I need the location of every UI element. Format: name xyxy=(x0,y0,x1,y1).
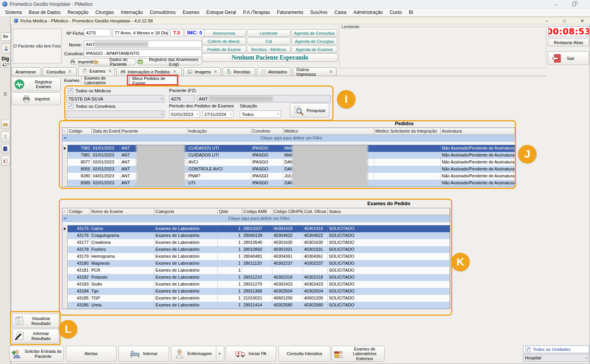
menu-p-a-terapias[interactable]: P.A./Terapias xyxy=(239,9,274,17)
menu-consultorios[interactable]: Consultórios xyxy=(146,9,179,17)
exame-row[interactable]: 43178FosforoExames de Laboratório1280108… xyxy=(62,246,450,253)
pedidos-row[interactable]: 805502/01/2023ANTCONTROLE AVCIIPASGODANN… xyxy=(62,166,515,173)
subtab-exames-de-laboratorio[interactable]: Exames de Laboratório xyxy=(82,76,129,85)
exame-row[interactable]: 43184TgoExames de Laboratório12801136840… xyxy=(62,288,450,295)
column-header-nome-do-exame[interactable]: Nome do Exame xyxy=(90,208,154,215)
ficha-field[interactable]: 4275 xyxy=(84,29,111,36)
menu-internacao[interactable]: Internação xyxy=(117,9,146,17)
exame-row[interactable]: 43181PCRExames de Laboratório1SOLICITADO xyxy=(62,267,450,274)
exame-row[interactable]: 43179HemogramaExames de Laboratório12804… xyxy=(62,253,450,260)
exame-row[interactable]: 43177CreatininaExames de Laboratório1280… xyxy=(62,239,450,246)
todos-convenios-checkbox[interactable]: Todos os Convênios xyxy=(68,104,116,109)
child-maximize-icon[interactable]: □ xyxy=(559,18,570,24)
exame-row[interactable]: 43180MagnesioExames de Laboratório128011… xyxy=(62,260,450,267)
column-header-assinatura[interactable]: Assinatura xyxy=(441,128,515,135)
tab-exames[interactable]: Exames✕ xyxy=(78,66,115,76)
sair-button[interactable]: Sair xyxy=(548,51,589,65)
background-button-doctor[interactable] xyxy=(1,131,10,142)
bottom-button-enfermagem[interactable]: Enfermagem▼ xyxy=(171,346,224,362)
column-header-categoria[interactable]: Categoria xyxy=(154,208,218,215)
tab-internacoes-e-pedidos[interactable]: Internações e Pedidos✕ xyxy=(116,67,182,76)
tab-consultas[interactable]: Consultas✕ xyxy=(43,67,77,76)
column-header-medico-solicitante-da-integracao[interactable]: Médico Solicitante da Integração xyxy=(374,128,441,135)
convenio-field[interactable]: IPASGO - APARTAMENTO xyxy=(84,49,202,57)
registros-anamneses-button[interactable]: ACTRegistros das Anamneses (Log) xyxy=(137,58,202,65)
exame-row[interactable]: 43183SodioExames de Laboratório128011279… xyxy=(62,281,450,288)
ts-badge[interactable]: T.S xyxy=(170,29,183,36)
column-header-codigo-cbhpm[interactable]: Código CBHPM xyxy=(272,208,303,215)
background-tab-be[interactable]: Be xyxy=(1,32,10,41)
menu-caixa[interactable]: Caixa xyxy=(331,9,350,17)
quick-button-cid[interactable]: Cid xyxy=(247,37,291,45)
exame-row[interactable]: 43186UreiaExames de Laboratório128011414… xyxy=(62,302,450,309)
medico-dropdown[interactable]: TESTE DA SILVA▾ xyxy=(67,95,164,102)
date-from-field[interactable]: 01/01/2023▾ xyxy=(169,111,200,118)
imprimir-button[interactable]: Imprimir xyxy=(12,92,61,105)
quick-button-criterio-de-atend[interactable]: Critério de Atend. xyxy=(202,37,246,45)
exame-row[interactable]: 43175CalcioExames de Laboratório12801033… xyxy=(62,225,450,232)
tab-imagens[interactable]: Imagens✕ xyxy=(183,67,221,76)
close-icon[interactable]: ✕ xyxy=(68,69,72,74)
menu-administracao[interactable]: Administração xyxy=(350,9,386,17)
column-header-indicacao[interactable]: Indicação xyxy=(187,128,251,135)
column-header-codigo[interactable]: Código xyxy=(68,208,90,215)
bottom-button-consulta-interativa[interactable]: Consulta Interativa xyxy=(279,346,330,362)
pedidos-row[interactable]: 808902/01/2023ANTUTIIPASGODANNão Assinad… xyxy=(62,180,515,187)
registrar-exames-button[interactable]: Registrar Exames xyxy=(12,77,61,91)
background-button-notepad[interactable] xyxy=(1,156,10,166)
column-header-paciente[interactable]: Paciente xyxy=(120,128,187,135)
background-button-book[interactable] xyxy=(1,144,10,153)
background-button-folder[interactable] xyxy=(1,120,10,129)
subtab-meus-pedidos-de-exame[interactable]: Meus Pedidos de Exame xyxy=(130,76,177,85)
pedidos-grid-filter-row[interactable]: Clique aqui para definir um Filtro xyxy=(62,135,515,142)
menu-cirurgias[interactable]: Cirurgias xyxy=(92,9,117,17)
pedidos-row[interactable]: 828004/01/2023ANTPNM?IPASGOJULINão Assin… xyxy=(62,173,515,180)
exames-do-pedido-grid-filter-row[interactable]: Clique aqui para definir um Filtro xyxy=(62,215,450,222)
menu-estoque-geral[interactable]: Estoque Geral xyxy=(203,9,239,17)
bottom-button-iniciar-pa[interactable]: Iniciar PA xyxy=(226,346,276,362)
pedidos-row[interactable]: 798101/01/2023ANTCUIDADOS UTIIPASGOMARNã… xyxy=(62,152,515,159)
bottom-button-alertas[interactable]: Alertas xyxy=(66,346,116,362)
menu-base-de-dados[interactable]: Base de Dados xyxy=(25,9,64,17)
subtab-exames[interactable]: Exames xyxy=(63,76,81,85)
tab-atestados[interactable]: Atestados xyxy=(257,67,291,76)
column-header-convenio[interactable]: Convênio xyxy=(251,128,283,135)
column-header-medico[interactable]: Médico xyxy=(283,128,374,135)
column-header-cod-oficial[interactable]: Cód. Oficial xyxy=(303,208,328,215)
restore-icon[interactable] xyxy=(568,1,580,8)
dropdown-arrow-icon[interactable]: ▼ xyxy=(216,346,221,361)
column-header-codigo[interactable]: Código xyxy=(68,128,92,135)
menu-exames[interactable]: Exames xyxy=(179,9,203,17)
pesquisar-button[interactable]: Pesquisar xyxy=(290,103,329,117)
close-icon[interactable]: ✕ xyxy=(173,69,176,74)
quick-button-pedido-de-exame[interactable]: Pedido de Exame xyxy=(202,46,246,53)
menu-sus-ans[interactable]: Sus/Ans xyxy=(307,9,331,17)
child-close-icon[interactable]: ✕ xyxy=(576,18,588,24)
bottom-button-internar[interactable]: Internar xyxy=(118,346,169,362)
imc-badge[interactable]: IMC: 0 xyxy=(185,29,205,36)
quick-button-amenorreia[interactable]: Amenorreia xyxy=(202,29,246,37)
column-header-data-do-event[interactable]: Data do Event xyxy=(92,128,120,135)
menu-bi[interactable]: BI xyxy=(405,9,417,17)
todas-unidades-checkbox[interactable]: Todas as Unidades xyxy=(523,345,589,353)
restaurar-abas-button[interactable]: Restaurar Abas xyxy=(548,38,589,46)
quick-button-agenda-de-exames[interactable]: Agenda de Exames xyxy=(291,46,337,53)
todos-medicos-checkbox[interactable]: Todos os Médicos xyxy=(68,88,111,93)
menu-recepcao[interactable]: Recepção xyxy=(64,9,92,17)
menu-faturamento[interactable]: Faturamento xyxy=(274,9,307,17)
close-icon[interactable]: ✕ xyxy=(108,69,112,74)
quick-button-lembrete[interactable]: Lembrete xyxy=(247,29,291,37)
imprimir-paciente-button[interactable]: Imprimir xyxy=(72,58,92,65)
exame-row[interactable]: 43185TGPExames de Laboratório12101002140… xyxy=(62,295,450,302)
column-header-qtde[interactable]: Qtde xyxy=(218,208,242,215)
pedidos-row[interactable]: 807702/01/2023ANTAVCIIPASGODANNão Assina… xyxy=(62,159,515,166)
bottom-button-exames-de-laboratorios-externos[interactable]: Exames de Laboratórios Externos xyxy=(332,346,385,362)
dados-do-paciente-button[interactable]: Dados do Paciente xyxy=(93,58,136,65)
date-to-field[interactable]: 27/11/2024▾ xyxy=(202,111,233,118)
tab-receitas[interactable]: Receitas xyxy=(222,67,255,76)
exame-row[interactable]: 43182PotassioExames de Laboratório128011… xyxy=(62,274,450,281)
bottom-button-solicitar-entrada-do-paciente[interactable]: Solicitar Entrada do Paciente xyxy=(9,346,64,362)
visualizar-resultado-button[interactable]: Visualizar Resultado xyxy=(12,314,59,328)
child-minimize-icon[interactable]: – xyxy=(541,18,552,24)
convenio-dropdown[interactable]: ▾ xyxy=(67,111,164,118)
